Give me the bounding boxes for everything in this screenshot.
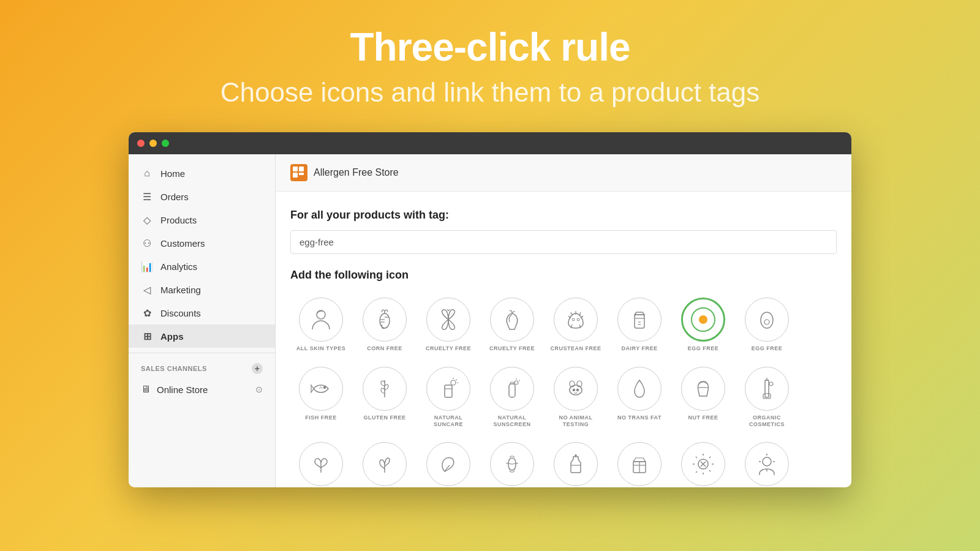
hero-section: Three-click rule Choose icons and link t… bbox=[0, 0, 980, 120]
apps-icon: ⊞ bbox=[141, 330, 153, 342]
sidebar-item-online-store[interactable]: 🖥 Online Store ⊙ bbox=[129, 379, 275, 400]
icon-organic-cosmetics[interactable]: ORGANIC COSMETICS bbox=[736, 361, 797, 434]
icon-circle-crustean-free bbox=[554, 298, 598, 342]
svg-line-46 bbox=[709, 470, 710, 471]
icon-label-no-animal-testing: NO ANIMAL TESTING bbox=[548, 414, 604, 428]
svg-line-47 bbox=[709, 457, 710, 458]
icon-corn-free[interactable]: CORN FREE bbox=[354, 291, 415, 358]
minimize-button-dot[interactable] bbox=[149, 140, 157, 147]
icon-egg-free[interactable]: EGG FREE bbox=[736, 291, 797, 358]
marketing-icon: ◁ bbox=[141, 283, 153, 296]
icon-sun-allergy[interactable]: SUN ALLERGY bbox=[673, 436, 734, 487]
svg-rect-34 bbox=[765, 380, 769, 397]
icon-label-nut-free: NUT FREE bbox=[688, 414, 718, 421]
app-window: ⌂ Home ☰ Orders ◇ Products ⚇ Customers 📊… bbox=[129, 132, 851, 487]
icon-organic-product[interactable]: ORGANIC PRODUCT bbox=[354, 436, 415, 487]
sidebar-item-orders[interactable]: ☰ Orders bbox=[129, 185, 275, 208]
sales-channels-header: SALES CHANNELS + bbox=[129, 358, 275, 379]
form-section: For all your products with tag: bbox=[276, 192, 851, 264]
sidebar-item-discounts[interactable]: ✿ Discounts bbox=[129, 301, 275, 324]
icon-organic-food[interactable]: ORGANIC FOOD bbox=[290, 436, 352, 487]
icon-circle-organic-food bbox=[299, 442, 343, 486]
svg-point-4 bbox=[317, 310, 325, 319]
channel-settings-icon[interactable]: ⊙ bbox=[255, 384, 263, 394]
egg-inner-dot bbox=[699, 315, 707, 324]
sidebar-item-marketing[interactable]: ◁ Marketing bbox=[129, 278, 275, 301]
icon-circle-sugar-free-2 bbox=[617, 442, 662, 486]
svg-rect-0 bbox=[293, 167, 298, 171]
icon-circle-cruelty-free-1 bbox=[426, 298, 470, 342]
icon-crustean-free[interactable]: CRUSTEAN FREE bbox=[545, 291, 606, 358]
icon-no-animal-testing[interactable]: NO ANIMAL TESTING bbox=[545, 361, 606, 434]
sidebar-divider bbox=[129, 353, 275, 353]
svg-point-26 bbox=[514, 381, 518, 384]
svg-point-49 bbox=[763, 457, 771, 466]
tag-input[interactable] bbox=[290, 230, 837, 254]
channel-label: Online Store bbox=[157, 384, 208, 395]
icon-fish-free[interactable]: FISH FREE bbox=[290, 361, 352, 434]
sidebar-item-products[interactable]: ◇ Products bbox=[129, 208, 275, 231]
icon-label-corn-free: CORN FREE bbox=[367, 345, 402, 352]
icon-organic-skin-care[interactable]: ORGANIC SKIN CARE bbox=[418, 436, 479, 487]
sidebar-item-apps[interactable]: ⊞ Apps bbox=[129, 324, 275, 348]
icon-circle-cruelty-free-2 bbox=[490, 298, 534, 342]
svg-point-32 bbox=[573, 389, 575, 391]
home-icon: ⌂ bbox=[141, 167, 153, 179]
icon-cruelty-free-2[interactable]: CRUELTY FREE bbox=[481, 291, 543, 358]
icon-sun-protection[interactable]: SUN PROTECTION bbox=[736, 436, 797, 487]
icon-label-natural-suncare: NATURAL SUNCARE bbox=[420, 414, 477, 428]
store-name: Allergen Free Store bbox=[314, 167, 399, 178]
svg-rect-20 bbox=[445, 385, 452, 397]
svg-point-13 bbox=[577, 318, 579, 321]
title-bar bbox=[129, 132, 851, 154]
icon-natural-sunscreen[interactable]: NATURAL SUNSCREEN bbox=[481, 361, 543, 434]
svg-point-17 bbox=[764, 320, 769, 324]
icon-circle-sun-allergy bbox=[681, 442, 725, 486]
form-label: For all your products with tag: bbox=[290, 209, 837, 222]
icon-gluten-free[interactable]: GLUTEN FREE bbox=[354, 361, 415, 434]
icon-circle-organic-product bbox=[363, 442, 407, 486]
egg-inner-circle bbox=[691, 307, 715, 332]
icon-circle-peanut-free bbox=[490, 442, 534, 486]
icon-label-cruelty-free-1: CRUELTY FREE bbox=[426, 345, 471, 352]
svg-point-33 bbox=[577, 389, 579, 391]
icon-circle-egg-free bbox=[745, 298, 789, 342]
icon-sugar-free-2[interactable]: SUGAR FREE bbox=[609, 436, 670, 487]
svg-rect-35 bbox=[763, 394, 771, 399]
icon-circle-sun-protection bbox=[745, 442, 789, 486]
products-icon: ◇ bbox=[141, 214, 153, 226]
maximize-button-dot[interactable] bbox=[162, 140, 169, 147]
svg-point-21 bbox=[451, 380, 456, 385]
svg-point-18 bbox=[324, 386, 326, 388]
icon-sugar-free-1[interactable]: SUGAR FREE bbox=[545, 436, 606, 487]
close-button-dot[interactable] bbox=[137, 140, 145, 147]
icon-no-trans-fat[interactable]: NO TRANS FAT bbox=[609, 361, 670, 434]
app-body: ⌂ Home ☰ Orders ◇ Products ⚇ Customers 📊… bbox=[129, 154, 851, 487]
svg-line-23 bbox=[456, 380, 457, 380]
hero-title: Three-click rule bbox=[0, 24, 980, 70]
svg-point-5 bbox=[380, 313, 390, 328]
icon-nut-free[interactable]: NUT FREE bbox=[673, 361, 734, 434]
add-channel-button[interactable]: + bbox=[252, 363, 263, 374]
icon-peanut-free[interactable]: PEANUT FREE bbox=[481, 436, 543, 487]
store-icon: 🖥 bbox=[141, 384, 151, 395]
icon-natural-suncare[interactable]: NATURAL SUNCARE bbox=[418, 361, 479, 434]
icon-egg-free-selected[interactable]: EGG FREE bbox=[673, 291, 734, 358]
icon-cruelty-free-1[interactable]: CRUELTY FREE bbox=[418, 291, 479, 358]
icon-label-natural-sunscreen: NATURAL SUNSCREEN bbox=[484, 414, 540, 428]
sidebar-label-marketing: Marketing bbox=[160, 285, 201, 295]
sidebar-label-home: Home bbox=[160, 168, 185, 179]
icon-all-skin-types[interactable]: ALL SKIN TYPES bbox=[290, 291, 352, 358]
sidebar-label-products: Products bbox=[160, 215, 197, 225]
sidebar-item-customers[interactable]: ⚇ Customers bbox=[129, 231, 275, 255]
svg-rect-3 bbox=[299, 173, 304, 175]
icon-dairy-free[interactable]: DAIRY FREE bbox=[609, 291, 670, 358]
sidebar: ⌂ Home ☰ Orders ◇ Products ⚇ Customers 📊… bbox=[129, 154, 276, 487]
sidebar-item-analytics[interactable]: 📊 Analytics bbox=[129, 255, 275, 278]
icon-circle-dairy-free bbox=[617, 298, 662, 342]
sidebar-item-home[interactable]: ⌂ Home bbox=[129, 162, 275, 185]
icons-grid: ALL SKIN TYPES CORN FREE CRUELTY FREE bbox=[276, 291, 851, 487]
sidebar-label-apps: Apps bbox=[160, 331, 184, 342]
icon-label-no-trans-fat: NO TRANS FAT bbox=[617, 414, 662, 421]
svg-point-36 bbox=[769, 382, 773, 386]
